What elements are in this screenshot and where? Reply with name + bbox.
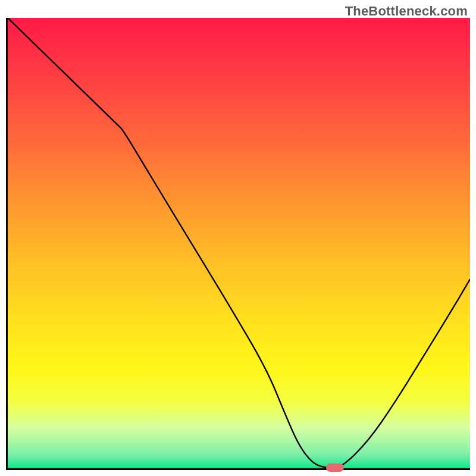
watermark-text: TheBottleneck.com	[345, 4, 468, 19]
minimum-marker	[326, 464, 344, 472]
plot-area	[6, 18, 470, 470]
curve-layer	[8, 18, 470, 468]
bottleneck-curve	[8, 18, 470, 468]
